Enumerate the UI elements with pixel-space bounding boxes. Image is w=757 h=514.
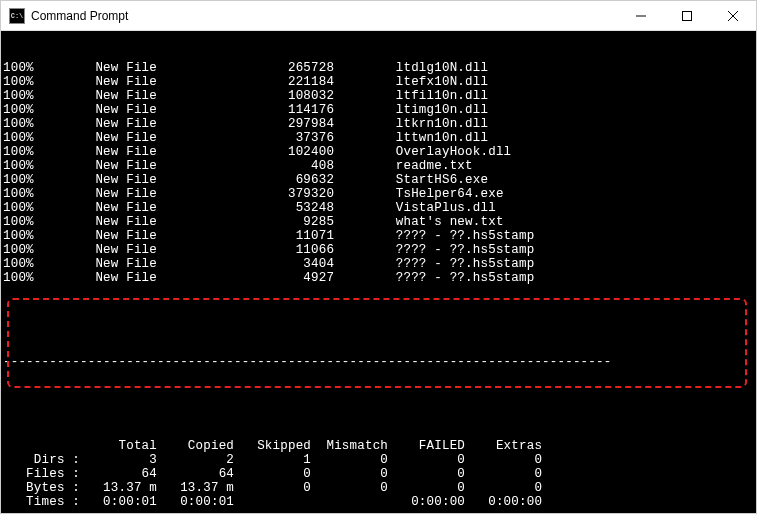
file-row: 100% New File 102400 OverlayHook.dll bbox=[3, 145, 754, 159]
window-title: Command Prompt bbox=[31, 9, 618, 23]
close-button[interactable] bbox=[710, 1, 756, 31]
window-controls bbox=[618, 1, 756, 31]
file-row: 100% New File 221184 ltefx10N.dll bbox=[3, 75, 754, 89]
file-row: 100% New File 297984 ltkrn10n.dll bbox=[3, 117, 754, 131]
summary-row: Files : 64 64 0 0 0 0 bbox=[3, 467, 754, 481]
file-row: 100% New File 69632 StartHS6.exe bbox=[3, 173, 754, 187]
terminal-output[interactable]: 100% New File 265728 ltdlg10N.dll100% Ne… bbox=[1, 31, 756, 513]
summary-row: Times : 0:00:01 0:00:01 0:00:00 0:00:00 bbox=[3, 495, 754, 509]
highlight-annotation bbox=[7, 298, 747, 388]
file-row: 100% New File 408 readme.txt bbox=[3, 159, 754, 173]
command-prompt-window: C:\ Command Prompt 100% New File 265728 … bbox=[0, 0, 757, 514]
svg-rect-1 bbox=[683, 11, 692, 20]
summary-row: Dirs : 3 2 1 0 0 0 bbox=[3, 453, 754, 467]
summary-table: Total Copied Skipped Mismatch FAILED Ext… bbox=[3, 439, 754, 509]
blank-line bbox=[3, 313, 754, 327]
file-row: 100% New File 53248 VistaPlus.dll bbox=[3, 201, 754, 215]
summary-row: Bytes : 13.37 m 13.37 m 0 0 0 0 bbox=[3, 481, 754, 495]
file-row: 100% New File 114176 ltimg10n.dll bbox=[3, 103, 754, 117]
summary-header: Total Copied Skipped Mismatch FAILED Ext… bbox=[3, 439, 754, 453]
titlebar[interactable]: C:\ Command Prompt bbox=[1, 1, 756, 31]
maximize-button[interactable] bbox=[664, 1, 710, 31]
file-row: 100% New File 3404 ???? - ??.hs5stamp bbox=[3, 257, 754, 271]
file-row: 100% New File 9285 what's new.txt bbox=[3, 215, 754, 229]
file-row: 100% New File 265728 ltdlg10N.dll bbox=[3, 61, 754, 75]
file-row: 100% New File 379320 TsHelper64.exe bbox=[3, 187, 754, 201]
file-row: 100% New File 4927 ???? - ??.hs5stamp bbox=[3, 271, 754, 285]
file-row: 100% New File 108032 ltfil10n.dll bbox=[3, 89, 754, 103]
file-row: 100% New File 37376 lttwn10n.dll bbox=[3, 131, 754, 145]
blank-line bbox=[3, 397, 754, 411]
file-row: 100% New File 11066 ???? - ??.hs5stamp bbox=[3, 243, 754, 257]
file-row: 100% New File 11071 ???? - ??.hs5stamp bbox=[3, 229, 754, 243]
cmd-icon: C:\ bbox=[9, 8, 25, 24]
file-list: 100% New File 265728 ltdlg10N.dll100% Ne… bbox=[3, 61, 754, 285]
separator-line: ----------------------------------------… bbox=[3, 355, 754, 369]
minimize-button[interactable] bbox=[618, 1, 664, 31]
